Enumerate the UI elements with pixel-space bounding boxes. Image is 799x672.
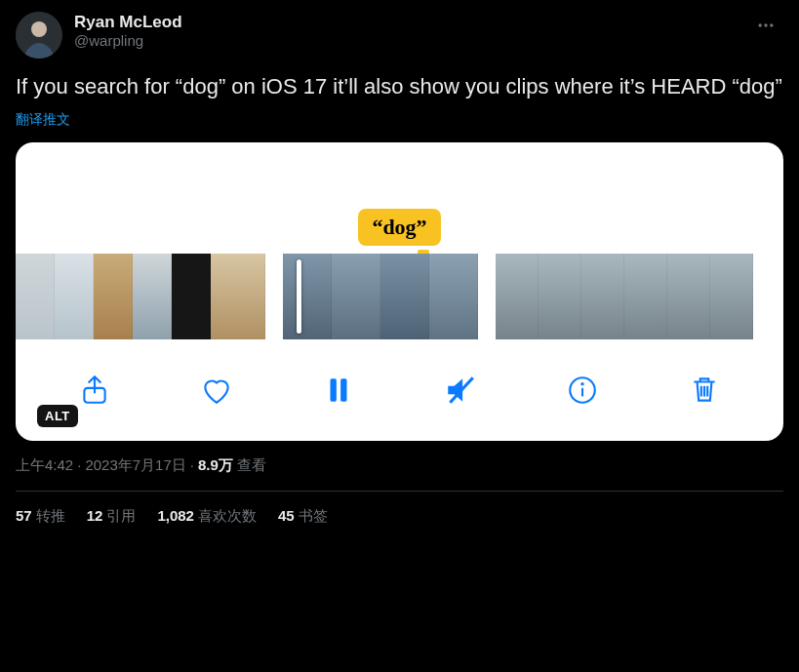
filmstrip-frame	[667, 254, 710, 339]
filmstrip-frame	[172, 254, 211, 339]
filmstrip-frame	[496, 254, 539, 339]
alt-badge[interactable]: ALT	[37, 405, 78, 427]
info-button[interactable]	[561, 369, 604, 412]
clip-group[interactable]	[283, 254, 478, 339]
tweet-header: Ryan McLeod @warpling	[16, 12, 783, 59]
caption-area: “dog”	[16, 142, 783, 254]
filmstrip-frame	[429, 254, 478, 339]
meta-date[interactable]: 2023年7月17日	[85, 456, 185, 473]
meta-time[interactable]: 上午4:42	[16, 456, 73, 473]
filmstrip-frame	[581, 254, 624, 339]
tweet-meta: 上午4:42·2023年7月17日·8.9万 查看	[16, 456, 783, 475]
filmstrip-frame	[16, 254, 55, 339]
svg-point-3	[764, 23, 767, 26]
tweet-container: Ryan McLeod @warpling If you search for …	[0, 0, 799, 526]
author-names: Ryan McLeod @warpling	[74, 12, 182, 51]
svg-point-4	[770, 23, 773, 26]
playhead[interactable]	[297, 259, 301, 334]
engagement-row: 57转推 12引用 1,082喜欢次数 45书签	[16, 492, 783, 526]
retweets[interactable]: 57转推	[16, 507, 65, 526]
views-label: 查看	[237, 456, 266, 473]
views-count[interactable]: 8.9万	[198, 456, 233, 473]
svg-point-1	[31, 21, 47, 37]
clip-group[interactable]	[496, 254, 753, 339]
media-toolbar	[16, 339, 783, 441]
caption-label: “dog”	[358, 209, 440, 246]
clip-group[interactable]	[16, 254, 265, 339]
filmstrip-frame	[211, 254, 265, 339]
filmstrip-frame	[55, 254, 94, 339]
filmstrip-frame	[332, 254, 380, 339]
likes[interactable]: 1,082喜欢次数	[157, 507, 257, 526]
pause-button[interactable]	[317, 369, 360, 412]
bookmarks[interactable]: 45书签	[278, 507, 328, 526]
filmstrip-frame	[133, 254, 172, 339]
filmstrip[interactable]	[16, 254, 783, 339]
share-button[interactable]	[73, 369, 116, 412]
svg-rect-6	[330, 378, 336, 401]
filmstrip-frame	[283, 254, 332, 339]
mute-button[interactable]	[439, 369, 482, 412]
like-button[interactable]	[195, 369, 238, 412]
filmstrip-frame	[710, 254, 753, 339]
media-card[interactable]: “dog”	[16, 142, 783, 441]
filmstrip-frame	[380, 254, 429, 339]
trash-button[interactable]	[683, 369, 726, 412]
filmstrip-frame	[94, 254, 133, 339]
more-button[interactable]	[748, 12, 783, 43]
avatar[interactable]	[16, 12, 62, 59]
filmstrip-frame	[624, 254, 667, 339]
display-name[interactable]: Ryan McLeod	[74, 12, 182, 32]
handle[interactable]: @warpling	[74, 32, 182, 51]
svg-point-10	[581, 382, 584, 385]
quotes[interactable]: 12引用	[87, 507, 137, 526]
svg-point-2	[759, 23, 762, 26]
svg-rect-7	[340, 378, 346, 401]
translate-link[interactable]: 翻译推文	[16, 111, 783, 129]
tweet-text: If you search for “dog” on iOS 17 it’ll …	[16, 72, 783, 101]
filmstrip-frame	[539, 254, 581, 339]
